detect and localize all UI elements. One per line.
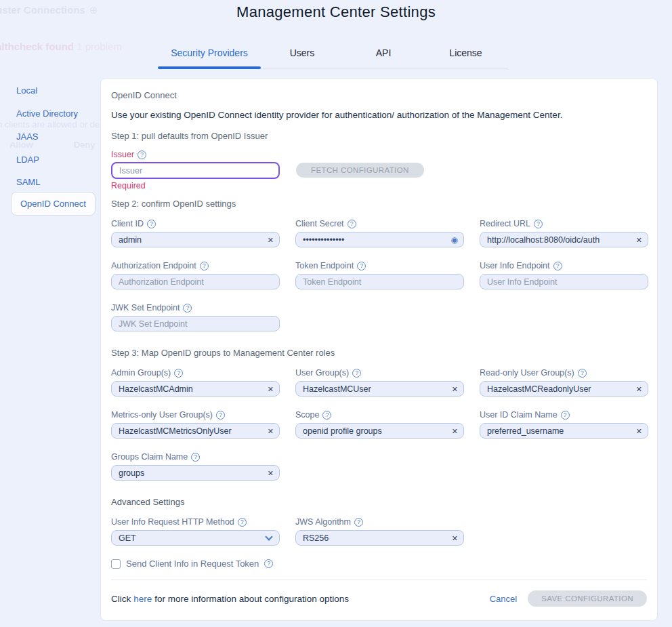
footer-actions: Cancel SAVE CONFIGURATION [490,590,647,607]
step2-field-grid: Client ID? ✕ Client Secret? ◉ Redirect U… [111,218,647,331]
tab-license[interactable]: License [423,45,508,68]
jws-algorithm-input[interactable] [295,530,464,546]
sidebar-item-active-directory[interactable]: Active Directory [16,108,78,119]
clear-icon[interactable]: ✕ [452,385,458,392]
user-info-method-select[interactable] [111,530,280,546]
jwk-set-endpoint-label: JWK Set Endpoint [111,303,180,312]
help-icon[interactable]: ? [238,518,247,527]
help-icon[interactable]: ? [561,411,570,420]
help-icon[interactable]: ? [147,220,156,228]
user-info-http-method-label: User Info Request HTTP Method [111,517,234,527]
help-icon[interactable]: ? [183,304,192,312]
send-client-info-checkbox[interactable] [111,559,121,569]
admin-groups-label: Admin Group(s) [111,368,171,378]
help-icon[interactable]: ? [553,262,562,270]
user-info-method-value[interactable] [111,530,280,546]
help-icon[interactable]: ? [578,369,587,378]
field-groups-claim-name: Groups Claim Name? ✕ [111,451,280,481]
token-endpoint-input[interactable] [295,274,464,289]
sidebar-item-local[interactable]: Local [16,85,37,96]
field-admin-groups: Admin Group(s)? ✕ [111,367,280,397]
groups-claim-name-label: Groups Claim Name [111,452,188,462]
help-icon[interactable]: ? [348,220,356,228]
tab-security-providers[interactable]: Security Providers [158,45,261,68]
clear-icon[interactable]: ✕ [452,427,458,434]
field-client-id: Client ID? ✕ [111,218,280,247]
readonly-user-groups-input[interactable] [480,381,648,397]
help-icon[interactable]: ? [352,369,361,378]
field-user-id-claim-name: User ID Claim Name? ✕ [480,409,648,439]
redirect-url-input[interactable] [480,232,648,247]
sidebar-item-saml[interactable]: SAML [16,177,40,187]
clear-icon[interactable]: ✕ [268,385,274,392]
clear-icon[interactable]: ✕ [268,236,274,243]
cancel-button[interactable]: Cancel [490,594,517,604]
field-client-secret: Client Secret? ◉ [295,218,464,247]
user-id-claim-name-input[interactable] [480,423,648,439]
jwk-set-endpoint-input[interactable] [111,316,280,331]
issuer-input[interactable] [111,162,280,179]
issuer-input-wrap [111,162,280,178]
footer-divider [111,580,647,580]
fetch-configuration-button[interactable]: FETCH CONFIGURATION [296,163,424,178]
groups-claim-name-input[interactable] [111,465,280,481]
advanced-field-grid: User Info Request HTTP Method? JWS Algor… [111,517,647,546]
authorization-endpoint-input[interactable] [111,274,280,289]
scope-input[interactable] [295,423,464,439]
redirect-url-label: Redirect URL [480,219,530,228]
user-groups-input[interactable] [295,381,464,397]
metrics-only-user-groups-input[interactable] [111,423,280,439]
here-link[interactable]: here [133,594,152,604]
field-readonly-user-groups: Read-only User Group(s)? ✕ [480,367,648,397]
clear-icon[interactable]: ✕ [268,427,274,434]
field-user-info-http-method: User Info Request HTTP Method? [111,517,280,546]
field-user-groups: User Group(s)? ✕ [295,367,464,397]
help-icon[interactable]: ? [200,262,209,270]
help-icon[interactable]: ? [216,411,225,420]
clear-icon[interactable]: ✕ [452,534,458,542]
footer-info-text: Click here for more information about co… [111,594,349,604]
help-icon[interactable]: ? [264,559,273,568]
tab-users[interactable]: Users [261,45,343,68]
sidebar-item-openid-connect[interactable]: OpenID Connect [11,192,96,216]
clear-icon[interactable]: ✕ [636,427,642,434]
clear-icon[interactable]: ✕ [636,236,642,243]
step3-heading: Step 3: Map OpenID groups to Management … [111,348,647,358]
help-icon[interactable]: ? [138,150,146,159]
field-authorization-endpoint: Authorization Endpoint? [111,260,280,289]
help-icon[interactable]: ? [354,518,363,527]
field-scope: Scope? ✕ [295,409,464,439]
section-description: Use your existing OpenID Connect identit… [111,110,647,120]
token-endpoint-label: Token Endpoint [295,261,354,270]
jws-algorithm-label: JWS Algorithm [295,517,351,527]
authorization-endpoint-label: Authorization Endpoint [111,261,196,270]
user-info-endpoint-label: User Info Endpoint [480,261,550,270]
send-client-info-row: Send Client Info in Request Token ? [111,559,647,569]
client-secret-input[interactable] [295,232,464,247]
sidebar-item-ldap[interactable]: LDAP [16,155,39,165]
client-id-label: Client ID [111,219,144,228]
user-info-endpoint-input[interactable] [480,274,648,289]
eye-icon[interactable]: ◉ [451,236,458,244]
clear-icon[interactable]: ✕ [268,469,274,477]
scope-label: Scope [295,410,319,420]
tab-api[interactable]: API [343,45,423,68]
send-client-info-label: Send Client Info in Request Token [126,559,259,569]
sidebar-item-jaas[interactable]: JAAS [16,132,39,142]
help-icon[interactable]: ? [191,453,200,462]
advanced-settings-heading: Advanced Settings [111,497,647,507]
clear-icon[interactable]: ✕ [636,385,642,392]
help-icon[interactable]: ? [322,411,331,420]
client-id-input[interactable] [111,232,280,247]
help-icon[interactable]: ? [174,369,183,378]
readonly-user-groups-label: Read-only User Group(s) [480,368,574,378]
user-id-claim-name-label: User ID Claim Name [480,410,558,420]
field-token-endpoint: Token Endpoint? [295,260,464,289]
help-icon[interactable]: ? [357,262,366,270]
admin-groups-input[interactable] [111,381,280,397]
save-configuration-button[interactable]: SAVE CONFIGURATION [528,590,647,607]
required-message: Required [111,181,647,190]
page-title: Management Center Settings [0,3,672,21]
issuer-label-row: Issuer ? [111,149,647,160]
help-icon[interactable]: ? [534,220,543,228]
